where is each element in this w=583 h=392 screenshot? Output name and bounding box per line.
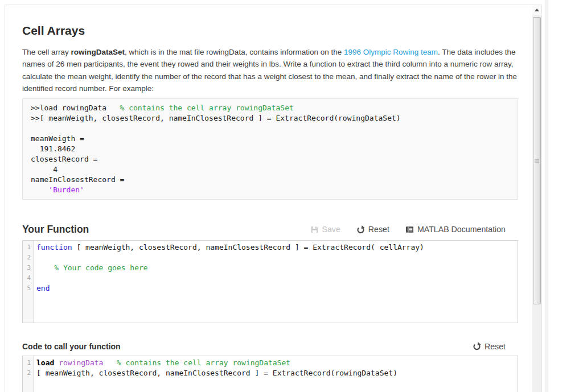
save-label: Save bbox=[322, 225, 340, 234]
call-code-heading: Code to call your function bbox=[22, 342, 121, 351]
desc-text-pre: The cell array bbox=[22, 48, 71, 56]
page: Cell Arrays The cell array rowingDataSet… bbox=[0, 0, 583, 392]
code-row: 2[ meanWeigth, closestRecord, nameInClos… bbox=[23, 368, 518, 378]
function-editor[interactable]: 1function [ meanWeigth, closestRecord, n… bbox=[22, 240, 518, 323]
olympic-rowing-team-link[interactable]: 1996 Olympic Rowing team bbox=[344, 48, 438, 56]
line-number: 3 bbox=[23, 263, 33, 273]
code-row: 3 % Your code goes here bbox=[23, 263, 518, 273]
code-row: 4 bbox=[23, 273, 518, 283]
desc-text-mid: , which is in the mat file rowingData, c… bbox=[125, 48, 344, 56]
code-row: 191.8462 bbox=[31, 144, 510, 154]
problem-description: The cell array rowingDataSet, which is i… bbox=[22, 46, 518, 95]
book-icon bbox=[405, 225, 414, 234]
reset-icon bbox=[473, 342, 481, 350]
reset-label: Reset bbox=[368, 225, 389, 234]
line-number: 5 bbox=[23, 283, 33, 294]
code-row: closestRecord = bbox=[31, 154, 510, 164]
right-gutter-strip bbox=[545, 0, 548, 392]
content-panel: Cell Arrays The cell array rowingDataSet… bbox=[5, 5, 542, 392]
code-row: >>[ meanWeigth, closestRecord, nameInClo… bbox=[31, 113, 510, 123]
code-row: >>load rowingData % contains the cell ar… bbox=[31, 103, 510, 113]
dataset-name: rowingDataSet bbox=[71, 48, 125, 56]
call-editor[interactable]: 1load rowingData % contains the cell arr… bbox=[22, 356, 518, 392]
scrollbar-grip-icon bbox=[535, 158, 539, 164]
scrollbar[interactable] bbox=[532, 5, 541, 392]
matlab-documentation-button[interactable]: MATLAB Documentation bbox=[405, 225, 506, 234]
matlab-documentation-label: MATLAB Documentation bbox=[417, 225, 506, 234]
code-row: nameInClosestRecord = bbox=[31, 175, 510, 185]
line-number: 2 bbox=[23, 368, 33, 378]
code-row: 5end bbox=[23, 283, 518, 294]
code-row: 1load rowingData % contains the cell arr… bbox=[23, 358, 518, 368]
reset-function-button[interactable]: Reset bbox=[356, 225, 389, 234]
reset-icon bbox=[356, 225, 365, 234]
call-header-row: Code to call your function Reset bbox=[22, 342, 518, 351]
code-row: 1function [ meanWeigth, closestRecord, n… bbox=[23, 242, 518, 253]
code-row: meanWeigth = bbox=[31, 134, 510, 144]
code-row: 'Burden' bbox=[31, 185, 510, 195]
call-toolbar: Reset bbox=[473, 342, 518, 351]
code-row: 4 bbox=[31, 164, 510, 175]
code-row bbox=[31, 123, 510, 134]
scroll-up-icon bbox=[535, 9, 539, 11]
content-column: Cell Arrays The cell array rowingDataSet… bbox=[5, 5, 518, 392]
your-function-heading: Your Function bbox=[22, 224, 89, 236]
line-number: 2 bbox=[23, 253, 33, 263]
function-editor-code[interactable]: 1function [ meanWeigth, closestRecord, n… bbox=[23, 241, 518, 294]
line-number: 1 bbox=[23, 242, 33, 253]
line-number: 4 bbox=[23, 273, 33, 283]
page-title: Cell Arrays bbox=[22, 23, 518, 38]
scroll-up-button[interactable] bbox=[532, 5, 541, 15]
reset-call-button[interactable]: Reset bbox=[473, 342, 506, 351]
save-button[interactable]: Save bbox=[310, 225, 340, 234]
call-editor-code[interactable]: 1load rowingData % contains the cell arr… bbox=[23, 356, 518, 378]
line-number: 1 bbox=[23, 358, 33, 368]
scrollbar-thumb[interactable] bbox=[533, 17, 541, 304]
save-icon bbox=[310, 225, 319, 234]
code-row: 2 bbox=[23, 253, 518, 263]
example-output-block: >>load rowingData % contains the cell ar… bbox=[22, 98, 518, 200]
function-toolbar: Save Reset bbox=[310, 225, 518, 234]
reset-call-label: Reset bbox=[485, 342, 506, 351]
function-header-row: Your Function Save bbox=[22, 224, 518, 236]
